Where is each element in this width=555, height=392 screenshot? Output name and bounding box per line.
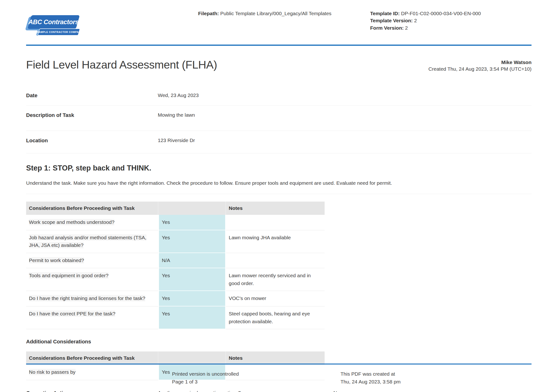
footer-divider-rule	[26, 363, 532, 364]
info-value: 123 Riverside Dr	[158, 137, 195, 143]
footer-left-block: Printed version is uncontrolled Page 1 o…	[172, 370, 341, 385]
page-footer: Printed version is uncontrolled Page 1 o…	[26, 363, 532, 392]
filepath: Filepath: Public Template Library/000_Le…	[198, 8, 370, 17]
notes-cell: VOC's on mower	[226, 291, 325, 306]
template-id-label: Template ID:	[370, 11, 400, 16]
question-cell: Do I have the right training and license…	[26, 291, 158, 306]
footer-page-number: Page 1 of 3	[172, 378, 341, 386]
pdf-page: ABC Contractors EXAMPLE CONTRACTOR COMPA…	[0, 0, 555, 392]
table-row: Job hazard analysis and/or method statem…	[26, 230, 325, 253]
step1-heading: Step 1: STOP, step back and THINK.	[26, 164, 532, 172]
form-version-value: 2	[405, 25, 408, 31]
template-id-value: DP-F01-C02-0000-034-V00-EN-000	[401, 11, 481, 16]
table-row: Tools and equipment in good order? Yes L…	[26, 268, 325, 291]
table-row: Do I have the right training and license…	[26, 291, 325, 306]
answer-cell: Yes	[158, 291, 226, 306]
answer-cell: Yes	[158, 230, 226, 253]
template-version-row: Template Version: 2	[370, 17, 532, 24]
notes-cell: Lawn mower recently serviced and in good…	[226, 268, 325, 291]
template-meta: Template ID: DP-F01-C02-0000-034-V00-EN-…	[370, 8, 532, 32]
logo-tagline: EXAMPLE CONTRACTOR COMPANY	[35, 31, 83, 33]
template-version-label: Template Version:	[370, 18, 413, 23]
info-row-date: Date Wed, 23 Aug 2023	[26, 86, 532, 106]
form-version-row: Form Version: 2	[370, 24, 532, 32]
template-id-row: Template ID: DP-F01-C02-0000-034-V00-EN-…	[370, 10, 532, 17]
header-answer	[158, 202, 226, 215]
additional-considerations-heading: Additional Considerations	[26, 339, 532, 345]
form-version-label: Form Version:	[370, 25, 404, 31]
table-row: Work scope and methods understood? Yes	[26, 215, 325, 230]
info-row-description: Description of Task Mowing the lawn	[26, 106, 532, 131]
question-cell: Job hazard analysis and/or method statem…	[26, 230, 158, 253]
info-row-location: Location 123 Riverside Dr	[26, 131, 532, 153]
page-title: Field Level Hazard Assessment (FLHA)	[26, 58, 217, 71]
question-cell: Work scope and methods understood?	[26, 215, 158, 230]
form-info-section: Date Wed, 23 Aug 2023 Description of Tas…	[26, 86, 532, 153]
table-row: Permit to work obtained? N/A	[26, 253, 325, 268]
info-label: Description of Task	[26, 112, 158, 118]
answer-cell: Yes	[158, 268, 226, 291]
step1-description: Understand the task. Make sure you have …	[26, 179, 532, 187]
info-label: Location	[26, 137, 158, 144]
table-header-row: Considerations Before Proceeding with Ta…	[26, 351, 325, 365]
answer-cell: N/A	[158, 253, 226, 268]
header-notes: Notes	[226, 202, 325, 215]
answer-cell: Yes	[158, 306, 226, 329]
considerations-table: Considerations Before Proceeding with Ta…	[26, 202, 325, 329]
header-question: Considerations Before Proceeding with Ta…	[26, 202, 158, 215]
answer-cell: Yes	[158, 215, 226, 230]
notes-cell: Steel capped boots, hearing and eye prot…	[226, 306, 325, 329]
filepath-label: Filepath:	[198, 11, 219, 16]
page-header: ABC Contractors EXAMPLE CONTRACTOR COMPA…	[26, 0, 532, 39]
section-divider	[26, 194, 532, 194]
logo-sub-banner: EXAMPLE CONTRACTOR COMPANY	[37, 29, 80, 36]
question-cell: Permit to work obtained?	[26, 253, 158, 268]
notes-cell: Lawn mowing JHA available	[226, 230, 325, 253]
logo-company-name: ABC Contractors	[29, 19, 79, 26]
footer-uncontrolled-note: Printed version is uncontrolled	[172, 370, 341, 378]
author-name: Mike Watson	[429, 59, 532, 66]
question-cell: Tools and equipment in good order?	[26, 268, 158, 291]
header-divider-rule	[26, 45, 532, 46]
logo-banner: ABC Contractors	[28, 15, 80, 29]
info-value: Wed, 23 Aug 2023	[158, 93, 199, 98]
table-header-row: Considerations Before Proceeding with Ta…	[26, 202, 325, 215]
info-label: Date	[26, 93, 158, 99]
notes-cell	[226, 253, 325, 268]
info-value: Mowing the lawn	[158, 112, 195, 118]
header-answer	[158, 351, 226, 365]
header-question: Considerations Before Proceeding with Ta…	[26, 351, 158, 365]
footer-created-label: This PDF was created at	[341, 370, 401, 378]
created-timestamp: Created Thu, 24 Aug 2023, 3:54 PM (UTC+1…	[429, 66, 532, 72]
footer-created-timestamp: Thu, 24 Aug 2023, 3:58 pm	[341, 378, 401, 386]
question-cell: Do I have the correct PPE for the task?	[26, 306, 158, 329]
header-notes: Notes	[226, 351, 325, 365]
template-version-value: 2	[414, 18, 417, 23]
creator-block: Mike Watson Created Thu, 24 Aug 2023, 3:…	[429, 58, 532, 72]
footer-right-block: This PDF was created at Thu, 24 Aug 2023…	[341, 370, 401, 385]
filepath-value: Public Template Library/000_Legacy/All T…	[220, 11, 331, 16]
company-logo: ABC Contractors EXAMPLE CONTRACTOR COMPA…	[26, 13, 81, 39]
table-row: Do I have the correct PPE for the task? …	[26, 306, 325, 329]
notes-cell	[226, 215, 325, 230]
